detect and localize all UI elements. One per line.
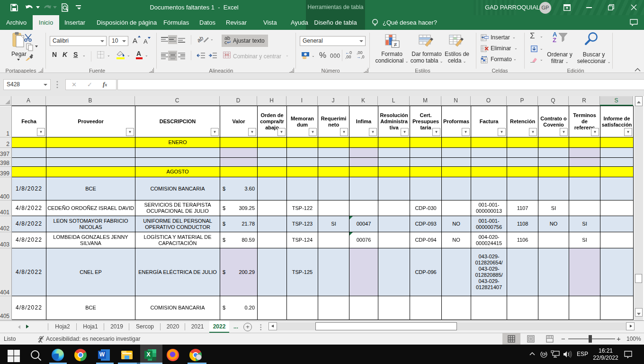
svg-text:≠: ≠ (394, 41, 397, 48)
